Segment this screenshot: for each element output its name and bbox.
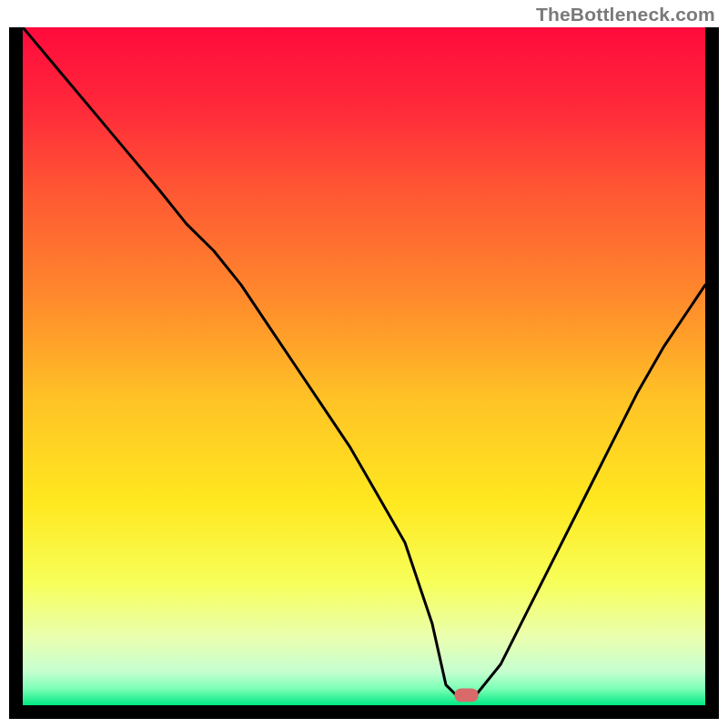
gradient-background (23, 27, 705, 705)
watermark-text: TheBottleneck.com (536, 4, 715, 25)
optimal-marker (454, 688, 478, 702)
plot-area (23, 27, 705, 705)
chart-svg (23, 27, 705, 705)
plot-frame (9, 27, 719, 719)
chart-container: TheBottleneck.com (0, 0, 728, 728)
